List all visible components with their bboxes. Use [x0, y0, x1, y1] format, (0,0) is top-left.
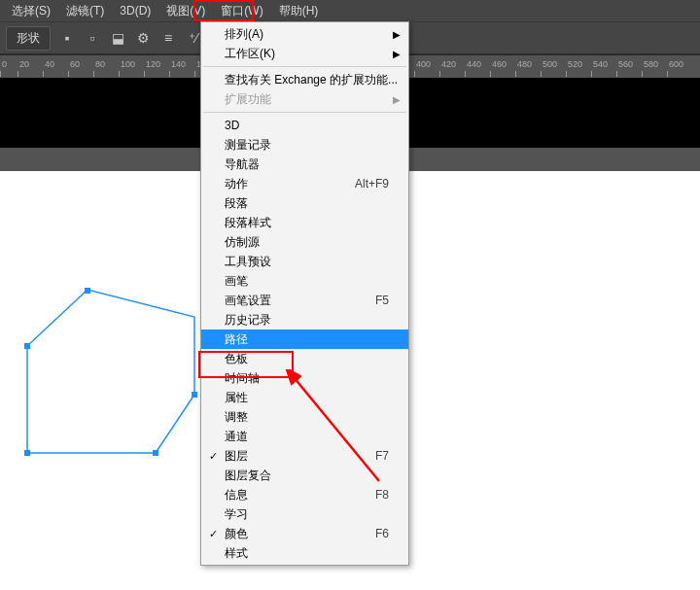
menu-item-shortcut: Alt+F9: [355, 177, 389, 191]
menu-item-label: 学习: [225, 506, 389, 523]
menu-item-label: 图层: [225, 448, 375, 465]
menu-item-label: 段落样式: [225, 215, 389, 231]
menu-item-6[interactable]: 3D: [201, 116, 408, 135]
svg-marker-0: [27, 290, 194, 453]
menu-item-13[interactable]: 工具预设: [201, 252, 408, 271]
menu-item-label: 查找有关 Exchange 的扩展功能...: [225, 72, 398, 88]
menu-select[interactable]: 选择(S): [4, 1, 58, 21]
menu-item-label: 工作区(K): [225, 46, 389, 62]
gear-icon[interactable]: ⚙: [134, 29, 152, 47]
check-icon: ✓: [209, 450, 218, 463]
menubar: 选择(S) 滤镜(T) 3D(D) 视图(V) 窗口(W) 帮助(H): [0, 0, 700, 21]
menu-item-3[interactable]: 查找有关 Exchange 的扩展功能...: [201, 70, 408, 89]
path-combine-icon[interactable]: ⬓: [109, 29, 126, 47]
menu-item-label: 画笔设置: [225, 293, 375, 309]
menu-item-0[interactable]: 排列(A)▶: [201, 24, 408, 44]
menu-item-shortcut: F6: [375, 527, 389, 540]
menu-item-label: 段落: [225, 195, 389, 212]
menu-item-label: 历史记录: [225, 312, 389, 329]
menu-item-25[interactable]: 信息F8: [201, 485, 408, 504]
menu-item-4: 扩展功能▶: [201, 89, 408, 109]
menu-separator: [203, 66, 406, 67]
shape-mode-button[interactable]: 形状: [6, 26, 51, 51]
menu-item-22[interactable]: 通道: [201, 427, 408, 446]
menu-item-label: 导航器: [225, 156, 389, 173]
menu-item-19[interactable]: 时间轴: [201, 368, 408, 388]
menu-window[interactable]: 窗口(W): [213, 1, 270, 21]
menu-separator: [203, 112, 406, 113]
check-icon: ✓: [209, 528, 218, 540]
menu-item-label: 通道: [225, 429, 389, 445]
menu-item-27[interactable]: ✓颜色F6: [201, 524, 408, 543]
menu-item-23[interactable]: ✓图层F7: [201, 446, 408, 466]
menu-item-20[interactable]: 属性: [201, 388, 408, 407]
menu-item-24[interactable]: 图层复合: [201, 466, 408, 485]
menu-item-18[interactable]: 色板: [201, 349, 408, 368]
menu-item-label: 测量记录: [225, 137, 389, 154]
menu-item-17[interactable]: 路径: [201, 330, 408, 349]
menu-item-12[interactable]: 仿制源: [201, 232, 408, 252]
menu-item-label: 属性: [225, 390, 389, 406]
chevron-right-icon: ▶: [393, 29, 401, 40]
menu-item-label: 图层复合: [225, 468, 389, 484]
menu-item-11[interactable]: 段落样式: [201, 213, 408, 232]
svg-rect-2: [85, 288, 90, 294]
menu-item-label: 画笔: [225, 273, 389, 290]
menu-item-label: 扩展功能: [225, 91, 389, 108]
menu-item-1[interactable]: 工作区(K)▶: [201, 44, 408, 63]
menu-item-26[interactable]: 学习: [201, 504, 408, 524]
menu-item-label: 工具预设: [225, 254, 389, 270]
menu-item-label: 路径: [225, 331, 389, 348]
menu-item-8[interactable]: 导航器: [201, 155, 408, 174]
menu-item-label: 仿制源: [225, 234, 389, 251]
menu-item-21[interactable]: 调整: [201, 407, 408, 427]
menu-item-28[interactable]: 样式: [201, 543, 408, 563]
path-shape: [19, 288, 214, 482]
menu-help[interactable]: 帮助(H): [271, 1, 327, 21]
menu-view[interactable]: 视图(V): [158, 1, 213, 21]
menu-item-16[interactable]: 历史记录: [201, 310, 408, 330]
chevron-right-icon: ▶: [393, 94, 401, 105]
menu-item-label: 3D: [225, 119, 389, 132]
menu-item-label: 动作: [225, 176, 355, 192]
menu-item-label: 颜色: [225, 526, 375, 542]
svg-rect-4: [153, 450, 158, 456]
menu-item-shortcut: F7: [375, 449, 389, 463]
menu-item-9[interactable]: 动作Alt+F9: [201, 174, 408, 193]
window-menu-dropdown: 排列(A)▶工作区(K)▶查找有关 Exchange 的扩展功能...扩展功能▶…: [200, 21, 409, 566]
menu-item-shortcut: F8: [375, 488, 389, 502]
fill-icon[interactable]: ▪: [58, 29, 76, 47]
menu-item-label: 时间轴: [225, 370, 389, 387]
menu-filter[interactable]: 滤镜(T): [58, 1, 112, 21]
stroke-icon[interactable]: ▫: [84, 29, 101, 47]
menu-3d[interactable]: 3D(D): [112, 2, 158, 19]
menu-item-label: 样式: [225, 545, 389, 562]
menu-item-shortcut: F5: [375, 294, 389, 307]
align-icon[interactable]: ≡: [159, 29, 177, 47]
menu-item-15[interactable]: 画笔设置F5: [201, 291, 408, 310]
svg-rect-1: [24, 343, 30, 349]
menu-item-14[interactable]: 画笔: [201, 271, 408, 291]
menu-item-label: 色板: [225, 351, 389, 367]
menu-item-7[interactable]: 测量记录: [201, 135, 408, 155]
svg-rect-5: [24, 450, 30, 456]
menu-item-label: 信息: [225, 487, 375, 503]
chevron-right-icon: ▶: [393, 49, 401, 59]
menu-item-label: 排列(A): [225, 26, 389, 43]
svg-rect-3: [192, 392, 197, 398]
menu-item-label: 调整: [225, 409, 389, 426]
menu-item-10[interactable]: 段落: [201, 193, 408, 213]
